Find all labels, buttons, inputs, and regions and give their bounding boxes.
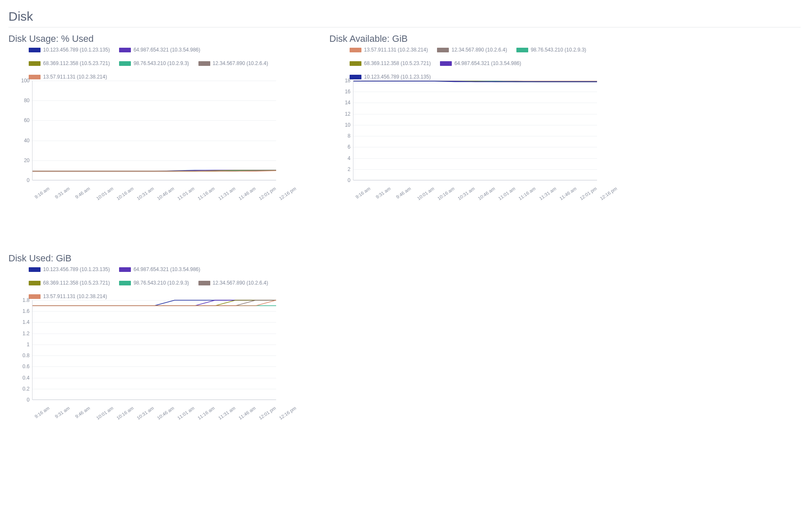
- x-tick-label: 11:01 am: [497, 186, 516, 201]
- x-tick-label: 10:16 am: [116, 186, 134, 201]
- legend-swatch: [119, 48, 131, 52]
- x-tick-label: 9:31 am: [375, 186, 391, 200]
- legend-item[interactable]: 12.34.567.890 (10.2.6.4): [437, 47, 507, 53]
- chart-legend: 13.57.911.131 (10.2.38.214)12.34.567.890…: [350, 47, 600, 80]
- x-tick-label: 9:46 am: [74, 405, 91, 419]
- plot-area[interactable]: 0246810121416189:16 am9:31 am9:46 am10:0…: [332, 81, 600, 190]
- x-tick-label: 9:31 am: [54, 405, 71, 419]
- x-tick-label: 10:46 am: [156, 405, 175, 421]
- x-tick-label: 10:16 am: [116, 405, 134, 421]
- x-tick-label: 10:31 am: [136, 405, 155, 421]
- legend-swatch: [29, 48, 41, 52]
- legend-swatch: [198, 61, 210, 66]
- legend-label: 98.76.543.210 (10.2.9.3): [133, 280, 189, 286]
- legend-item[interactable]: 98.76.543.210 (10.2.9.3): [119, 60, 189, 66]
- x-tick-label: 11:31 am: [538, 186, 557, 201]
- x-tick-label: 12:01 pm: [579, 186, 597, 201]
- chart-title: Disk Used: GiB: [8, 253, 279, 264]
- chart-card-disk-used: Disk Used: GiB10.123.456.789 (10.1.23.13…: [8, 253, 279, 410]
- legend-swatch: [29, 294, 41, 299]
- y-tick-label: 0.8: [11, 353, 30, 358]
- x-tick-label: 10:01 am: [416, 186, 434, 201]
- legend-swatch: [350, 48, 361, 52]
- x-tick-label: 12:16 pm: [278, 186, 297, 201]
- y-tick-label: 8: [332, 133, 350, 139]
- legend-label: 13.57.911.131 (10.2.38.214): [364, 47, 428, 53]
- legend-label: 98.76.543.210 (10.2.9.3): [133, 60, 189, 66]
- legend-label: 12.34.567.890 (10.2.6.4): [213, 280, 268, 286]
- legend-swatch: [350, 61, 361, 66]
- y-tick-label: 6: [332, 144, 350, 150]
- legend-item[interactable]: 64.987.654.321 (10.3.54.986): [119, 266, 200, 272]
- legend-label: 64.987.654.321 (10.3.54.986): [454, 60, 521, 66]
- legend-swatch: [119, 61, 131, 66]
- legend-item[interactable]: 10.123.456.789 (10.1.23.135): [29, 266, 110, 272]
- x-tick-label: 10:46 am: [156, 186, 175, 201]
- x-tick-label: 10:16 am: [437, 186, 455, 201]
- charts-grid: Disk Usage: % Used10.123.456.789 (10.1.2…: [8, 33, 801, 422]
- y-tick-label: 40: [11, 138, 30, 144]
- legend-swatch: [437, 48, 449, 52]
- legend-item[interactable]: 98.76.543.210 (10.2.9.3): [119, 280, 189, 286]
- y-tick-label: 2: [332, 166, 350, 172]
- x-tick-label: 11:46 am: [238, 405, 256, 421]
- y-tick-label: 100: [11, 78, 30, 84]
- chart-title: Disk Usage: % Used: [8, 33, 279, 44]
- legend-item[interactable]: 10.123.456.789 (10.1.23.135): [29, 47, 110, 53]
- y-tick-label: 1.2: [11, 331, 30, 337]
- legend-item[interactable]: 64.987.654.321 (10.3.54.986): [119, 47, 200, 53]
- legend-item[interactable]: 68.369.112.358 (10.5.23.721): [29, 60, 110, 66]
- legend-label: 12.34.567.890 (10.2.6.4): [451, 47, 507, 53]
- legend-swatch: [440, 61, 452, 66]
- y-tick-label: 1: [11, 342, 30, 347]
- legend-swatch: [29, 61, 41, 66]
- y-tick-label: 0.4: [11, 375, 30, 381]
- legend-swatch: [29, 281, 41, 285]
- x-axis: 9:16 am9:31 am9:46 am10:01 am10:16 am10:…: [32, 400, 276, 410]
- x-tick-label: 11:01 am: [176, 405, 195, 421]
- x-tick-label: 11:16 am: [197, 405, 215, 421]
- y-tick-label: 4: [332, 155, 350, 161]
- divider: [8, 27, 801, 27]
- chart-legend: 10.123.456.789 (10.1.23.135)64.987.654.3…: [29, 266, 279, 299]
- legend-label: 10.123.456.789 (10.1.23.135): [43, 47, 110, 53]
- legend-item[interactable]: 12.34.567.890 (10.2.6.4): [198, 280, 268, 286]
- legend-swatch: [350, 75, 361, 79]
- x-tick-label: 9:16 am: [34, 405, 50, 419]
- y-tick-label: 0: [332, 177, 350, 183]
- legend-item[interactable]: 13.57.911.131 (10.2.38.214): [29, 74, 107, 80]
- y-tick-label: 0.2: [11, 386, 30, 392]
- legend-item[interactable]: 13.57.911.131 (10.2.38.214): [29, 293, 107, 299]
- x-tick-label: 9:46 am: [74, 186, 91, 200]
- x-tick-label: 10:31 am: [136, 186, 155, 201]
- chart-card-disk-available: Disk Available: GiB13.57.911.131 (10.2.3…: [329, 33, 600, 190]
- legend-item[interactable]: 12.34.567.890 (10.2.6.4): [198, 60, 268, 66]
- legend-label: 68.369.112.358 (10.5.23.721): [43, 60, 110, 66]
- legend-item[interactable]: 13.57.911.131 (10.2.38.214): [350, 47, 428, 53]
- x-tick-label: 10:31 am: [457, 186, 475, 201]
- plot-area[interactable]: 00.20.40.60.811.21.41.61.89:16 am9:31 am…: [11, 300, 279, 410]
- legend-item[interactable]: 68.369.112.358 (10.5.23.721): [350, 60, 431, 66]
- legend-label: 64.987.654.321 (10.3.54.986): [133, 47, 200, 53]
- x-tick-label: 11:01 am: [176, 186, 195, 201]
- plot-area[interactable]: 0204060801009:16 am9:31 am9:46 am10:01 a…: [11, 81, 279, 190]
- legend-item[interactable]: 10.123.456.789 (10.1.23.135): [350, 74, 431, 80]
- y-tick-label: 20: [11, 157, 30, 163]
- legend-label: 68.369.112.358 (10.5.23.721): [43, 280, 110, 286]
- x-axis: 9:16 am9:31 am9:46 am10:01 am10:16 am10:…: [353, 180, 597, 190]
- x-tick-label: 9:46 am: [395, 186, 412, 200]
- chart-title: Disk Available: GiB: [329, 33, 600, 44]
- chart-card-disk-usage-pct: Disk Usage: % Used10.123.456.789 (10.1.2…: [8, 33, 279, 190]
- legend-label: 12.34.567.890 (10.2.6.4): [213, 60, 268, 66]
- x-tick-label: 11:46 am: [238, 186, 256, 201]
- legend-item[interactable]: 98.76.543.210 (10.2.9.3): [516, 47, 586, 53]
- x-tick-label: 10:46 am: [477, 186, 496, 201]
- legend-item[interactable]: 68.369.112.358 (10.5.23.721): [29, 280, 110, 286]
- x-tick-label: 11:31 am: [217, 405, 236, 421]
- legend-swatch: [119, 281, 131, 285]
- y-tick-label: 80: [11, 98, 30, 103]
- legend-item[interactable]: 64.987.654.321 (10.3.54.986): [440, 60, 521, 66]
- x-tick-label: 10:01 am: [95, 186, 114, 201]
- x-tick-label: 10:01 am: [95, 405, 114, 421]
- x-tick-label: 11:31 am: [217, 186, 236, 201]
